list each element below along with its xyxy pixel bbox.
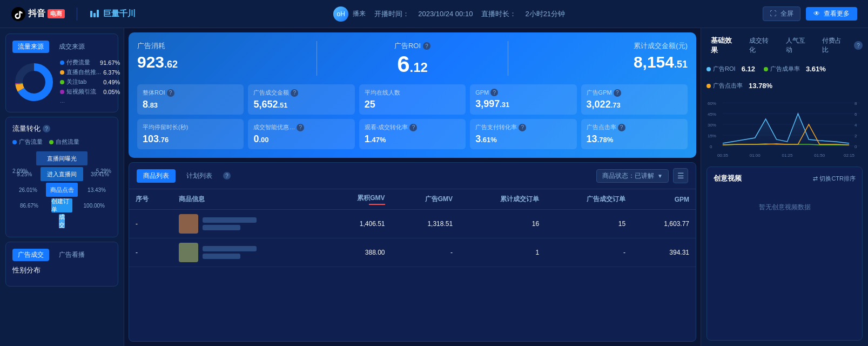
view-more-button[interactable]: 👁 查看更多 [806,7,857,21]
legend-ad-ctr: 广告点击率 13.78% [706,82,772,90]
metric-ad-deal-amount: 广告成交金额 ? 5,652.51 [248,84,354,115]
header-logo: 抖音 电商 巨量千川 [11,6,136,22]
side-pct-right: 5.29% [96,168,111,174]
cell-seq-2: - [129,238,172,267]
funnel-legend-ad: 广告流量 [12,138,43,146]
avg-stay-label: 平均停留时长(秒) [143,123,238,131]
traffic-legend: 付费流量 91.67% 直播自然推... 6.37% 关注tab 0.49% [60,58,120,105]
legend-item-follow: 关注tab 0.49% [60,78,120,86]
metrics-card: 广告消耗 923.62 广告ROI ? [129,32,696,158]
funnel-step-1: 直播间曝光 [36,151,88,165]
cell-product-2 [172,238,324,267]
legend-val-follow: 0.49% [103,79,120,85]
metric-ad-ctr: 广告点击率 ? 13.78% [581,119,688,149]
ad-roi-label: 广告ROI ? [394,41,430,51]
right-tab-basics[interactable]: 基础效果 [706,34,743,57]
cell-seq-1: - [129,210,172,238]
traffic-source-card: 流量来源 成交来源 [5,34,118,112]
metric-gpm: GPM ? 3,997.31 [470,84,576,115]
stream-source: 播来 [353,9,366,18]
ad-roi-info: ? [423,42,430,50]
funnel-legend-natural: 自然流量 [49,138,79,146]
right-tab-paid[interactable]: 付费占比 [818,34,852,57]
cell-product-1 [172,210,324,238]
total-deal-value: 8,154.51 [634,53,688,71]
metrics-top: 广告消耗 923.62 广告ROI ? [137,41,688,76]
cell-gpm-1: 1,603.77 [632,210,696,238]
status-label: 商品状态：已讲解 [602,171,654,181]
gpm-label: GPM ? [475,89,571,96]
cell-gmv-2: 388.00 [324,238,392,267]
products-tab2[interactable]: 计划列表 [180,169,219,183]
cell-ad-gmv-2: - [392,238,460,267]
table-config-icon: ☰ [677,171,684,180]
duration-label: 直播时长： [481,9,516,19]
switch-icon: ⇄ [813,175,818,182]
ad-conversion-tab1[interactable]: 广告成交 [12,249,49,261]
watch-conv-value: 1.47% [365,134,460,145]
funnel-legend: 广告流量 自然流量 [12,138,111,146]
gender-section: 性别分布 [12,265,111,275]
products-header: 商品列表 计划列表 ? 商品状态：已讲解 ▼ ☰ [129,163,696,189]
metric-avg-online: 平均在线人数 25 [359,84,466,115]
donut-chart [12,61,56,104]
metric-ad-gpm: 广告GPM ? 3,022.73 [581,84,688,115]
fullscreen-button[interactable]: ⛶ 全屏 [763,6,800,21]
table-config-button[interactable]: ☰ [673,168,688,183]
svg-rect-3 [97,10,99,17]
right-tab-interaction[interactable]: 人气互动 [782,34,816,57]
right-tabs: 基础效果 成交转化 人气互动 付费占比 ? [706,34,863,57]
chevron-down-icon: ▼ [657,173,663,179]
svg-text:2: 2 [854,134,857,138]
metric-overall-roi: 整体ROI ? 8.83 [137,84,244,115]
svg-rect-1 [90,11,92,17]
funnel-visual: 直播间曝光 9.25% 进入直播间 39.41% 26.01% 商品点击 13.… [12,149,111,230]
table-row: - 3 [129,238,696,267]
products-tab1[interactable]: 商品列表 [137,169,176,183]
legend-dot-paid [60,61,64,65]
cell-orders-1: 16 [459,210,546,238]
right-tab-conversion[interactable]: 成交转化 [745,34,779,57]
status-selector[interactable]: 商品状态：已讲解 ▼ [596,169,669,183]
ad-gpm-value: 3,022.73 [587,99,682,110]
svg-text:01:50: 01:50 [814,153,825,158]
legend-val-video: 0.05% [103,89,120,95]
ec-badge: 电商 [48,9,65,18]
left-panel: 流量来源 成交来源 [0,28,124,346]
ad-ctr-value: 13.78% [587,134,682,145]
fullscreen-label: 全屏 [780,10,793,17]
svg-text:8: 8 [854,101,857,106]
products-table-wrapper: 序号 商品信息 累积GMV 广告GMV 累计成交订单 广告成交订单 GPM [129,189,696,267]
avatar: oH [333,6,348,22]
switch-ctr-button[interactable]: ⇄ 切换CTR排序 [813,175,856,183]
legend-item-paid: 付费流量 91.67% [60,58,120,66]
stream-time-label: 开播时间： [374,9,409,19]
funnel-step-5: 成交 [59,214,65,228]
overall-roi-value: 8.83 [143,99,238,110]
svg-text:01:00: 01:00 [750,153,761,158]
product-info-2 [179,243,317,262]
traffic-source-header: 流量来源 成交来源 [12,41,111,53]
gender-title: 性别分布 [12,265,111,275]
funnel-dot-natural [49,140,53,144]
eye-icon: 👁 [813,10,820,17]
cell-orders-2: 1 [459,238,546,267]
product-name-blur-1a [203,217,257,223]
juliang-icon [89,9,100,19]
legend-label-ad-cvr: 广告成单率 [770,65,800,73]
overall-roi-info: ? [167,89,174,97]
ad-conversion-tab2[interactable]: 广告看播 [53,249,90,261]
gpm-value: 3,997.31 [475,98,571,110]
traffic-source-tab2[interactable]: 成交来源 [53,41,90,53]
col-seq: 序号 [129,189,172,210]
juliang-name: 巨量千川 [103,9,136,19]
ad-pay-conv-label: 广告支付转化率 ? [475,123,571,131]
funnel-legend-ad-label: 广告流量 [19,138,43,146]
traffic-source-tab1[interactable]: 流量来源 [12,41,49,53]
svg-text:60%: 60% [708,101,716,106]
legend-label-natural: 直播自然推... [66,68,101,76]
funnel-pct-4r: 100.00% [84,203,105,209]
ad-roi-value: 6.12 [397,53,428,76]
ad-ctr-label: 广告点击率 ? [587,123,682,131]
ad-pay-info: ? [519,124,526,131]
